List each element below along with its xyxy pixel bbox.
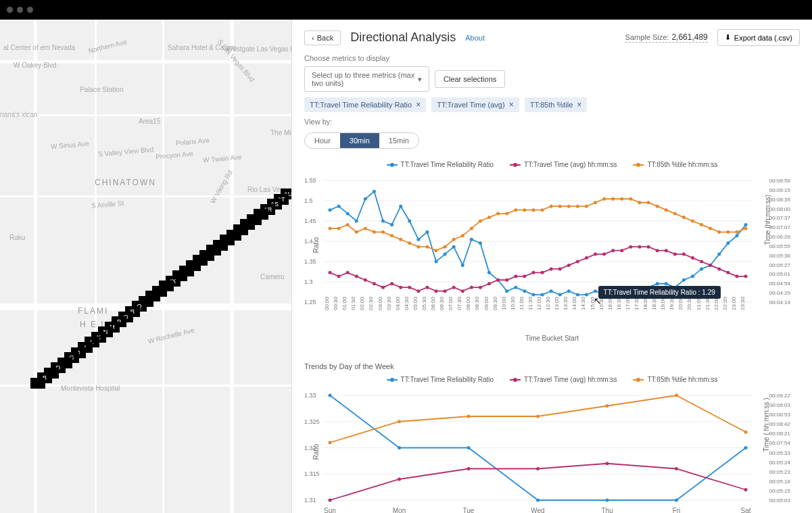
- svg-point-165: [467, 467, 471, 470]
- svg-point-30: [531, 293, 535, 297]
- svg-point-74: [496, 278, 500, 282]
- svg-point-145: [700, 223, 703, 226]
- svg-point-126: [531, 208, 535, 212]
- chart-dayofweek: Trends by Day of the Week TT:Travel Time…: [304, 362, 800, 513]
- window-titlebar: [0, 0, 812, 20]
- legend-item[interactable]: TT:Travel Time Reliability Ratio: [387, 376, 494, 383]
- svg-point-141: [665, 208, 668, 212]
- svg-point-94: [673, 253, 677, 256]
- svg-point-133: [594, 201, 597, 204]
- svg-point-91: [647, 245, 650, 249]
- svg-point-144: [691, 220, 694, 223]
- svg-point-55: [329, 271, 332, 274]
- svg-point-159: [536, 499, 540, 502]
- legend-swatch: [510, 379, 521, 381]
- traffic-light-min[interactable]: [17, 7, 23, 13]
- svg-point-81: [558, 267, 562, 270]
- map-label: Polaris Ave: [176, 137, 210, 147]
- map-label: W Sirius Ave: [51, 140, 89, 151]
- map-pane[interactable]: al Center of ern NevadaSahara Hotel & Ca…: [0, 20, 291, 513]
- svg-point-106: [355, 230, 358, 234]
- svg-point-92: [656, 249, 659, 252]
- svg-point-82: [567, 264, 571, 267]
- traffic-light-max[interactable]: [27, 7, 33, 13]
- svg-point-137: [629, 197, 632, 201]
- legend-swatch: [633, 379, 644, 381]
- about-link[interactable]: About: [465, 34, 485, 42]
- svg-point-164: [398, 478, 401, 481]
- chip-remove-icon[interactable]: ×: [416, 100, 421, 109]
- map-label: Montevista Hospital: [61, 385, 120, 392]
- map-label: Area15: [139, 118, 160, 125]
- metrics-label: Choose metrics to display: [304, 54, 800, 62]
- chevron-down-icon: ▾: [418, 75, 422, 84]
- svg-point-118: [461, 234, 464, 237]
- svg-point-9: [346, 212, 350, 216]
- svg-point-48: [691, 274, 694, 278]
- export-label: Export data (.csv): [734, 34, 792, 42]
- svg-point-129: [558, 205, 562, 208]
- svg-point-53: [735, 234, 738, 237]
- svg-point-108: [373, 230, 376, 234]
- export-button[interactable]: ⬇ Export data (.csv): [717, 29, 800, 46]
- corridor-segment[interactable]: [30, 378, 45, 389]
- svg-point-90: [638, 245, 641, 249]
- traffic-light-close[interactable]: [7, 7, 13, 13]
- svg-point-60: [373, 282, 376, 285]
- chip-remove-icon[interactable]: ×: [509, 100, 514, 109]
- viewby-15min[interactable]: 15min: [379, 133, 419, 148]
- svg-point-10: [355, 220, 358, 223]
- svg-point-12: [373, 190, 376, 193]
- svg-point-52: [726, 241, 730, 245]
- svg-point-170: [329, 441, 332, 444]
- svg-point-127: [541, 208, 544, 212]
- svg-point-131: [576, 205, 579, 208]
- chart2-title: Trends by Day of the Week: [304, 362, 800, 370]
- svg-point-65: [416, 289, 420, 293]
- legend-item[interactable]: TT:85th %tile hh:mm:ss: [633, 161, 717, 168]
- legend-swatch: [387, 379, 398, 381]
- legend-item[interactable]: TT:85th %tile hh:mm:ss: [633, 376, 717, 383]
- chart2-canvas[interactable]: Ratio Time ( hh:mm:ss ) 1.311.3151.321.3…: [323, 389, 753, 507]
- svg-point-136: [620, 197, 623, 201]
- svg-point-37: [594, 289, 597, 293]
- back-button[interactable]: ‹ Back: [304, 30, 341, 45]
- chart1-canvas[interactable]: Ratio Time (hh:mm:ss) TT:Travel Time Rel…: [323, 174, 753, 309]
- map-label: W Oakey Blvd: [14, 62, 56, 69]
- svg-point-28: [514, 286, 517, 289]
- svg-point-156: [329, 394, 332, 397]
- legend-item[interactable]: TT:Travel Time (avg) hh:mm:ss: [510, 161, 617, 168]
- viewby-segmented[interactable]: Hour30min15min: [304, 132, 419, 149]
- svg-point-140: [656, 205, 659, 208]
- svg-point-107: [364, 226, 367, 230]
- svg-point-18: [425, 230, 429, 234]
- svg-point-70: [461, 289, 464, 293]
- svg-point-160: [606, 499, 609, 502]
- svg-point-68: [444, 289, 447, 293]
- viewby-hour[interactable]: Hour: [305, 133, 340, 148]
- chip-remove-icon[interactable]: ×: [577, 100, 581, 109]
- metrics-select[interactable]: Select up to three metrics (max two unit…: [304, 66, 429, 92]
- sample-size: Sample Size:2,661,489: [625, 32, 708, 43]
- viewby-label: View by:: [304, 118, 800, 126]
- svg-point-99: [717, 267, 721, 270]
- svg-point-119: [470, 226, 473, 230]
- svg-point-105: [346, 223, 350, 226]
- legend-item[interactable]: TT:Travel Time Reliability Ratio: [387, 161, 494, 168]
- svg-point-101: [735, 274, 738, 278]
- svg-point-89: [629, 245, 632, 249]
- svg-point-67: [435, 289, 438, 293]
- viewby-30min[interactable]: 30min: [340, 133, 379, 148]
- svg-point-112: [408, 241, 411, 245]
- svg-point-124: [514, 208, 517, 212]
- legend-swatch: [387, 164, 398, 166]
- svg-point-19: [435, 260, 438, 264]
- svg-point-16: [408, 220, 411, 223]
- svg-point-62: [390, 282, 393, 285]
- map-label: al Center of ern Nevada: [3, 44, 75, 51]
- clear-selections-button[interactable]: Clear selections: [435, 70, 505, 88]
- svg-point-172: [467, 415, 471, 418]
- legend-item[interactable]: TT:Travel Time (avg) hh:mm:ss: [510, 376, 617, 383]
- map-label: Northern Ave: [88, 38, 128, 55]
- svg-point-87: [611, 249, 615, 252]
